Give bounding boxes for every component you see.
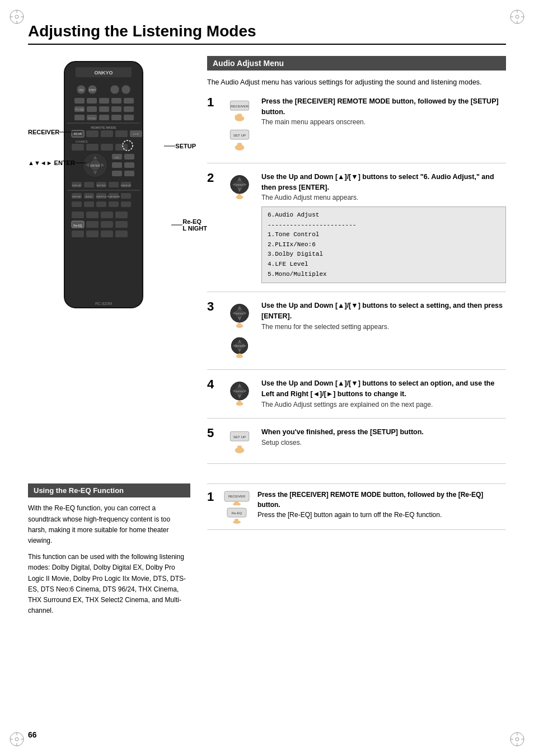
- svg-rect-77: [124, 171, 134, 176]
- svg-rect-44: [74, 115, 85, 120]
- svg-rect-55: [101, 130, 113, 137]
- svg-rect-146: [237, 323, 241, 327]
- svg-rect-176: [235, 519, 238, 523]
- svg-rect-112: [101, 231, 113, 237]
- setup-label-container: SETUP: [164, 143, 196, 149]
- step-2-number: 2: [207, 172, 217, 184]
- svg-text:ENTER: ENTER: [236, 391, 243, 393]
- step-5-instruction: When you've finished, press the [SETUP] …: [261, 428, 424, 436]
- svg-text:Re-EQ: Re-EQ: [73, 224, 82, 227]
- svg-rect-124: [235, 115, 237, 119]
- enter-label: ▲▼◄► ENTER: [28, 159, 75, 166]
- re-eq-step-icon: RECEIVER Re-EQ: [221, 490, 252, 524]
- svg-text:RC-620M: RC-620M: [95, 302, 112, 306]
- remote-image: ONKYO ON STBY: [48, 56, 160, 325]
- svg-rect-101: [72, 212, 84, 218]
- right-column: Audio Adjust Menu The Audio Adjust menu …: [207, 56, 506, 472]
- step-4-subtext: The Audio Adjust settings are explained …: [261, 401, 433, 408]
- step-3-number: 3: [207, 300, 217, 313]
- receiver-label-container: RECEIVER: [28, 129, 82, 135]
- svg-rect-61: [86, 144, 99, 151]
- svg-rect-42: [111, 106, 121, 112]
- svg-rect-164: [237, 401, 241, 405]
- step-3-subtext: The menu for the selected setting appear…: [261, 323, 389, 331]
- step-5-icon: SET UP: [224, 427, 255, 455]
- svg-text:RANDOM: RANDOM: [121, 184, 131, 187]
- re-eq-step-text: Press the [RECEIVER] REMOTE MODE button,…: [257, 490, 506, 520]
- svg-rect-36: [111, 98, 121, 104]
- svg-rect-48: [111, 115, 121, 120]
- svg-rect-33: [74, 98, 85, 104]
- svg-rect-76: [112, 171, 122, 176]
- step-2: 2 ENTER: [207, 172, 506, 292]
- svg-rect-62: [101, 144, 113, 151]
- svg-rect-107: [86, 221, 99, 228]
- svg-text:ENTER: ENTER: [236, 345, 243, 348]
- svg-text:DISPLAY: DISPLAY: [72, 184, 82, 187]
- step-4: 4 ENTER Use the Up and Do: [207, 378, 506, 419]
- menu-line-5: 5.Mono/Multiplex: [268, 270, 500, 280]
- step-5-subtext: Setup closes.: [261, 439, 302, 447]
- svg-rect-80: [84, 182, 94, 187]
- svg-rect-54: [86, 130, 99, 137]
- step-1-number: 1: [207, 96, 217, 109]
- re-eq-para-2: This function can be used with the follo…: [28, 552, 190, 616]
- svg-rect-97: [84, 201, 94, 207]
- setup-label: SETUP: [175, 143, 196, 149]
- remote-area: ONKYO ON STBY: [28, 56, 179, 325]
- svg-text:AUDIO: AUDIO: [86, 195, 93, 198]
- step-5-text: When you've finished, press the [SETUP] …: [261, 427, 506, 448]
- svg-text:SUBTITLE: SUBTITLE: [96, 195, 106, 198]
- svg-text:REMOTE MODE: REMOTE MODE: [91, 126, 116, 129]
- reeq-label: Re-EQ L NIGHT: [182, 218, 207, 232]
- svg-text:TV VOL: TV VOL: [88, 117, 96, 120]
- svg-rect-95: [121, 193, 131, 199]
- svg-rect-37: [124, 98, 134, 104]
- step-2-menu: 6.Audio Adjust ------------------------ …: [261, 206, 506, 283]
- svg-point-7: [516, 15, 519, 18]
- svg-rect-74: [112, 162, 122, 168]
- svg-text:Re-EQ: Re-EQ: [231, 511, 242, 515]
- corner-bottom-right: [509, 731, 526, 748]
- svg-text:SET UP: SET UP: [233, 435, 245, 439]
- enter-label-container: ▲▼◄► ENTER: [28, 159, 86, 166]
- svg-rect-128: [237, 143, 241, 148]
- left-column: ONKYO ON STBY: [28, 56, 190, 472]
- step-2-instruction: Use the Up and Down [▲]/[▼] buttons to s…: [261, 173, 494, 191]
- svg-rect-98: [96, 201, 106, 207]
- svg-text:ONKYO: ONKYO: [94, 70, 113, 76]
- re-eq-step-subtext: Press the [Re-EQ] button again to turn o…: [257, 511, 442, 519]
- svg-rect-168: [237, 446, 241, 452]
- step-1-instruction: Press the [RECEIVER] REMOTE MODE button,…: [261, 97, 499, 116]
- audio-adjust-intro: The Audio Adjust menu has various settin…: [207, 77, 506, 88]
- svg-text:REPLAY: REPLAY: [72, 195, 81, 198]
- step-4-number: 4: [207, 378, 217, 391]
- receiver-label: RECEIVER: [28, 129, 59, 135]
- svg-text:MUTING: MUTING: [97, 184, 106, 187]
- svg-text:STBY: STBY: [88, 88, 96, 92]
- re-eq-step-1: 1 RECEIVER Re-EQ: [207, 483, 506, 530]
- svg-text:PLAY MODE: PLAY MODE: [107, 195, 120, 198]
- svg-rect-63: [115, 144, 128, 151]
- step-4-icon: ENTER: [224, 378, 255, 406]
- svg-text:SET UP: SET UP: [233, 133, 245, 137]
- svg-rect-73: [124, 154, 134, 159]
- svg-rect-83: [109, 182, 119, 187]
- svg-text:RECEIVER: RECEIVER: [228, 495, 245, 498]
- svg-point-31: [110, 85, 119, 94]
- page-title: Adjusting the Listening Modes: [28, 22, 506, 45]
- re-eq-steps-section: 1 RECEIVER Re-EQ: [207, 483, 506, 622]
- svg-rect-100: [121, 201, 131, 207]
- svg-rect-137: [237, 194, 241, 198]
- svg-text:EL BI: EL BI: [133, 133, 139, 135]
- step-1-icon: RECEIVER SET UP: [224, 96, 255, 154]
- svg-rect-108: [101, 221, 113, 228]
- svg-text:GAMES: GAMES: [76, 140, 88, 143]
- svg-rect-110: [72, 231, 84, 237]
- re-eq-header: Using the Re-EQ Function: [28, 483, 190, 497]
- step-1: 1 RECEIVER SET UP: [207, 96, 506, 163]
- svg-rect-41: [99, 106, 109, 112]
- step-3: 3 ENTER: [207, 300, 506, 370]
- svg-point-1: [15, 15, 18, 18]
- svg-rect-96: [72, 201, 82, 207]
